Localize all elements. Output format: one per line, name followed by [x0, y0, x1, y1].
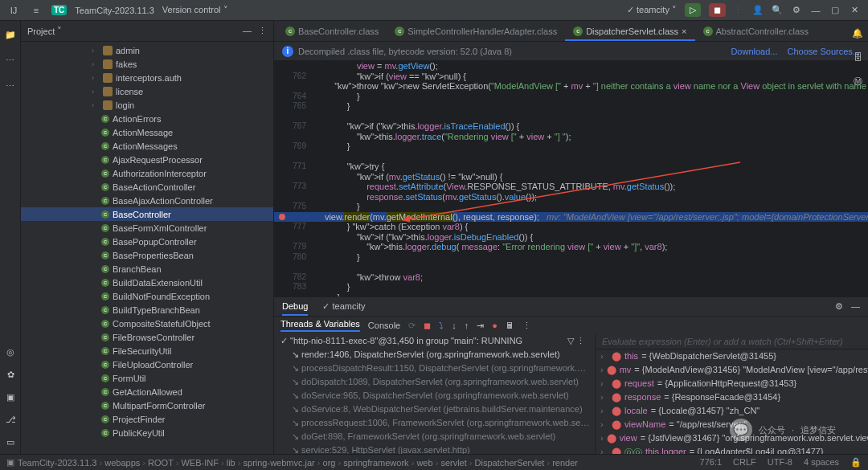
code-line[interactable]: 773 request.setAttribute(View.RESPONSE_S…: [274, 182, 868, 192]
code-line[interactable]: "kw">if ("kw">this.logger.isDebugEnabled…: [274, 232, 868, 243]
code-line[interactable]: 779 "kw">this.logger.debug( message: "Er…: [274, 242, 868, 252]
debug-tab[interactable]: Debug: [282, 298, 308, 316]
code-line[interactable]: "kw">throw "kw">new ServletException("Mo…: [274, 81, 868, 92]
stack-frame[interactable]: ↘ processRequest:1006, FrameworkServlet …: [274, 416, 595, 430]
run-config[interactable]: ✓ teamcity ˅: [627, 5, 677, 15]
tree-class-BranchBean[interactable]: cBranchBean: [21, 262, 273, 276]
code-line[interactable]: 771 "kw">try {: [274, 161, 868, 172]
code-line[interactable]: "kw">this.logger.trace("Rendering view […: [274, 132, 868, 142]
tool-window-icon[interactable]: ▣: [6, 457, 14, 468]
indent[interactable]: 4 spaces: [804, 457, 839, 468]
tree-folder[interactable]: ›admin: [21, 43, 273, 57]
stack-frame[interactable]: ↘ processDispatchResult:1150, Dispatcher…: [274, 362, 595, 375]
code-line[interactable]: 764 }: [274, 92, 868, 102]
tree-class-BasePopupController[interactable]: cBasePopupController: [21, 235, 273, 248]
maven-icon[interactable]: Ⓜ: [850, 74, 865, 88]
build-icon[interactable]: ▭: [3, 435, 18, 449]
code-line[interactable]: view = mv.getView();: [274, 61, 868, 72]
notifications-icon[interactable]: 🔔: [850, 26, 865, 40]
minimize-icon[interactable]: —: [809, 3, 823, 18]
debug-button[interactable]: ▷: [685, 3, 701, 17]
code-line[interactable]: 769 }: [274, 141, 868, 152]
tree-class-ActionMessages[interactable]: cActionMessages: [21, 139, 273, 153]
code-line[interactable]: [274, 262, 868, 272]
evaluate-icon[interactable]: 🖩: [506, 321, 514, 330]
tree-folder[interactable]: ›fakes: [21, 57, 273, 71]
tree-class-GetActionAllowed[interactable]: cGetActionAllowed: [21, 385, 273, 398]
run-to-cursor-icon[interactable]: ⇥: [477, 321, 484, 331]
code-line[interactable]: 783 }: [274, 282, 868, 292]
tree-folder[interactable]: ›interceptors.auth: [21, 71, 273, 84]
vcs-widget[interactable]: Version control ˅: [162, 5, 228, 15]
editor-tab[interactable]: cBaseController.class: [277, 23, 387, 41]
debug-settings-icon[interactable]: ⚙: [835, 301, 843, 312]
variable-row[interactable]: ›⬤ request = {ApplicationHttpRequest@314…: [596, 377, 868, 390]
main-menu-icon[interactable]: ≡: [29, 3, 43, 18]
tree-class-MultipartFormController[interactable]: cMultipartFormController: [21, 398, 273, 412]
code-line[interactable]: 762 "kw">if (view == "kw">null) {: [274, 72, 868, 82]
variable-row[interactable]: ›⬤ mv = {ModelAndView@31456} "ModelAndVi…: [596, 363, 868, 377]
tree-class-BaseController[interactable]: cBaseController: [21, 207, 273, 221]
tree-class-FileUploadController[interactable]: cFileUploadController: [21, 358, 273, 371]
stack-frame[interactable]: ↘ doService:965, DispatcherServlet (org.…: [274, 389, 595, 403]
code-line[interactable]: 775 }: [274, 202, 868, 212]
tree-class-AuthorizationInterceptor[interactable]: cAuthorizationInterceptor: [21, 166, 273, 180]
more-tool-icon[interactable]: ⋯: [3, 79, 18, 93]
resume-icon[interactable]: ⟳: [408, 321, 416, 331]
step-into-icon[interactable]: ↓: [452, 321, 457, 330]
git-icon[interactable]: ⎇: [3, 412, 18, 427]
editor-tab[interactable]: cAbstractController.class: [695, 23, 817, 41]
close-tab-icon[interactable]: ×: [682, 27, 686, 36]
line-sep[interactable]: CRLF: [733, 457, 756, 468]
tree-class-BuildNotFoundException[interactable]: cBuildNotFoundException: [21, 289, 273, 303]
close-icon[interactable]: ✕: [847, 3, 862, 18]
tree-class-ProjectFinder[interactable]: cProjectFinder: [21, 412, 273, 426]
stack-frame[interactable]: ↘ render:1406, DispatcherServlet (org.sp…: [274, 348, 595, 362]
editor-tab[interactable]: cSimpleControllerHandlerAdapter.class: [387, 23, 565, 41]
problems-icon[interactable]: ✿: [3, 367, 18, 382]
panel-settings-icon[interactable]: ⋮: [258, 26, 267, 36]
maximize-icon[interactable]: ▢: [828, 3, 842, 18]
code-line[interactable]: 765 }: [274, 101, 868, 112]
code-line[interactable]: "kw">if (mv.getStatus() != "kw">null) {: [274, 172, 868, 182]
tree-class-BuildTypeBranchBean[interactable]: cBuildTypeBranchBean: [21, 303, 273, 317]
search-icon[interactable]: 🔍: [770, 3, 784, 18]
code-line[interactable]: [274, 152, 868, 162]
breakpoint-icon[interactable]: ●: [492, 321, 497, 330]
encoding[interactable]: UTF-8: [768, 457, 792, 468]
tree-class-FileBrowseController[interactable]: cFileBrowseController: [21, 330, 273, 344]
stack-frame[interactable]: ↘ doGet:898, FrameworkServlet (org.sprin…: [274, 430, 595, 443]
project-tool-icon[interactable]: 📁: [3, 27, 18, 42]
settings-icon[interactable]: ⚙: [789, 3, 804, 18]
caret-position[interactable]: 776:1: [700, 457, 723, 468]
threads-tab[interactable]: Threads & Variables: [280, 319, 360, 332]
project-name[interactable]: TeamCity-2023.11.3: [75, 6, 154, 15]
tree-class-BaseActionController[interactable]: cBaseActionController: [21, 180, 273, 194]
tree-class-BaseAjaxActionController[interactable]: cBaseAjaxActionController: [21, 194, 273, 207]
stop-button[interactable]: ◼: [709, 3, 726, 17]
step-out-icon[interactable]: ↑: [465, 321, 469, 330]
code-line[interactable]: 780 }: [274, 252, 868, 263]
tree-class-FormUtil[interactable]: cFormUtil: [21, 371, 273, 385]
stack-frame[interactable]: ↘ doDispatch:1089, DispatcherServlet (or…: [274, 375, 595, 389]
breadcrumb[interactable]: TeamCity-2023.11.3 › webapps › ROOT › WE…: [18, 458, 578, 468]
code-line[interactable]: 782 "kw">throw var8;: [274, 272, 868, 283]
variable-row[interactable]: ›⬤ viewName = "/app/rest/server;": [596, 418, 868, 431]
variable-row[interactable]: ›⬤ locale = {Locale@31457} "zh_CN": [596, 404, 868, 418]
code-editor[interactable]: view = mv.getView();762 "kw">if (view ==…: [274, 61, 868, 296]
database-icon[interactable]: 🗄: [850, 50, 865, 64]
user-icon[interactable]: 👤: [751, 3, 765, 18]
stack-frame[interactable]: ↘ service:529, HttpServlet (javax.servle…: [274, 443, 595, 454]
services-icon[interactable]: ◎: [3, 345, 18, 359]
stop-debug-icon[interactable]: ◼: [424, 321, 431, 331]
tree-class-ActionMessage[interactable]: cActionMessage: [21, 125, 273, 139]
tree-class-BaseFormXmlController[interactable]: cBaseFormXmlController: [21, 221, 273, 235]
tree-class-AjaxRequestProcessor[interactable]: cAjaxRequestProcessor: [21, 153, 273, 166]
terminal-icon[interactable]: ▣: [3, 390, 18, 404]
tree-folder[interactable]: ›login: [21, 98, 273, 112]
tree-class-FileSecurityUtil[interactable]: cFileSecurityUtil: [21, 344, 273, 358]
teamcity-run-tab[interactable]: ✓ teamcity: [322, 298, 365, 315]
variable-row[interactable]: ›⬤ ⓞⓞ this.logger = {LogAdapter$Log4jLog…: [596, 445, 868, 454]
frames-panel[interactable]: ✓ "http-nio-8111-exec-8"@31,450 in group…: [274, 334, 596, 454]
tree-class-ActionErrors[interactable]: cActionErrors: [21, 112, 273, 125]
